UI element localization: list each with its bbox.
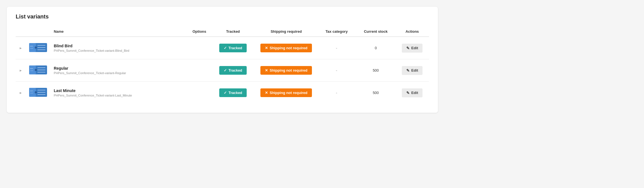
edit-button[interactable]: Edit (402, 44, 423, 53)
edit-label: Edit (411, 68, 418, 72)
table-row: ► phprs summit Last Minute PHPers_Summit… (16, 82, 429, 104)
edit-button[interactable]: Edit (402, 66, 423, 75)
col-header-tracked: Tracked (211, 27, 255, 37)
col-header-name: Name (50, 27, 188, 37)
edit-button[interactable]: Edit (402, 88, 423, 97)
row-shipping: Shipping not required (255, 37, 317, 59)
row-thumbnail: phprs summit (26, 82, 50, 104)
tracked-label: Tracked (228, 46, 242, 50)
table-row: ► phprs summit Blind Bird PHPers_Summit_… (16, 37, 429, 59)
x-icon (265, 91, 268, 95)
svg-point-2 (35, 46, 37, 49)
tax-value: - (336, 90, 337, 95)
row-stock: 500 (356, 59, 395, 82)
stock-value: 0 (375, 46, 377, 50)
check-icon (224, 91, 227, 95)
row-stock: 0 (356, 37, 395, 59)
stock-value: 500 (373, 68, 379, 72)
shipping-label: Shipping not required (270, 91, 307, 95)
x-icon (265, 46, 268, 50)
variant-slug: PHPers_Summit_Conference_Ticket-variant-… (54, 71, 185, 75)
svg-text:phprs: phprs (30, 90, 33, 91)
svg-text:phprs: phprs (30, 45, 33, 47)
svg-text:summit: summit (30, 93, 33, 94)
row-tracked: Tracked (211, 59, 255, 82)
edit-label: Edit (411, 91, 418, 95)
row-name-cell: Blind Bird PHPers_Summit_Conference_Tick… (50, 37, 188, 59)
row-actions: Edit (395, 37, 429, 59)
row-expander[interactable]: ► (16, 82, 26, 104)
row-tax: - (317, 37, 356, 59)
svg-point-18 (35, 91, 37, 93)
svg-text:summit: summit (30, 48, 33, 49)
row-options (188, 59, 211, 82)
table-row: ► phprs summit Regular PHPers_Summit_Con… (16, 59, 429, 82)
row-shipping: Shipping not required (255, 59, 317, 82)
row-options (188, 82, 211, 104)
variant-slug: PHPers_Summit_Conference_Ticket-variant-… (54, 49, 185, 52)
variant-name: Last Minute (54, 88, 185, 93)
row-actions: Edit (395, 82, 429, 104)
row-thumbnail: phprs summit (26, 37, 50, 59)
row-options (188, 37, 211, 59)
variants-table: Name Options Tracked Shipping required T… (16, 27, 429, 104)
row-actions: Edit (395, 59, 429, 82)
row-shipping: Shipping not required (255, 82, 317, 104)
col-header-thumbnail (26, 27, 50, 37)
row-tax: - (317, 82, 356, 104)
variant-name: Blind Bird (54, 44, 185, 48)
row-tracked: Tracked (211, 37, 255, 59)
col-header-stock: Current stock (356, 27, 395, 37)
svg-point-10 (35, 69, 37, 71)
row-name-cell: Last Minute PHPers_Summit_Conference_Tic… (50, 82, 188, 104)
svg-text:summit: summit (30, 70, 33, 71)
x-icon (265, 68, 268, 72)
page-title: List variants (16, 13, 429, 20)
tracked-label: Tracked (228, 91, 242, 95)
tracked-label: Tracked (228, 68, 242, 72)
edit-icon (406, 91, 410, 95)
tax-value: - (336, 68, 337, 73)
shipping-label: Shipping not required (270, 68, 307, 72)
list-variants-card: List variants Name Options Tracked Shipp… (7, 7, 438, 113)
stock-value: 500 (373, 91, 379, 95)
row-tracked: Tracked (211, 82, 255, 104)
col-header-actions: Actions (395, 27, 429, 37)
variant-slug: PHPers_Summit_Conference_Ticket-variant-… (54, 94, 185, 97)
shipping-label: Shipping not required (270, 46, 307, 50)
row-expander[interactable]: ► (16, 59, 26, 82)
row-name-cell: Regular PHPers_Summit_Conference_Ticket-… (50, 59, 188, 82)
edit-icon (406, 46, 410, 50)
tax-value: - (336, 46, 337, 50)
col-header-tax: Tax category (317, 27, 356, 37)
col-header-expander (16, 27, 26, 37)
col-header-shipping: Shipping required (255, 27, 317, 37)
edit-icon (406, 68, 410, 73)
check-icon (224, 46, 227, 50)
svg-text:phprs: phprs (30, 68, 33, 69)
row-expander[interactable]: ► (16, 37, 26, 59)
row-thumbnail: phprs summit (26, 59, 50, 82)
row-stock: 500 (356, 82, 395, 104)
edit-label: Edit (411, 46, 418, 50)
row-tax: - (317, 59, 356, 82)
col-header-options: Options (188, 27, 211, 37)
check-icon (224, 68, 227, 72)
variant-name: Regular (54, 66, 185, 70)
